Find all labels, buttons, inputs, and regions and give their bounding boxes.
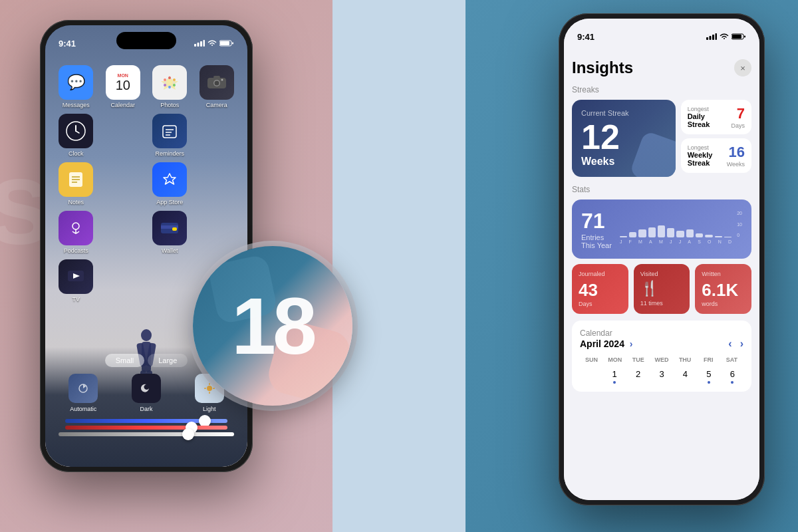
entries-chart: 20 10 0 (620, 211, 742, 247)
daily-streak-number: 7 (731, 105, 745, 122)
wifi-icon-left (207, 40, 217, 47)
app-podcasts[interactable]: Podcasts (55, 211, 97, 254)
cal-date-5[interactable]: 5 (698, 367, 720, 384)
date-6-num: 6 (722, 367, 743, 381)
gray-slider[interactable] (59, 432, 234, 436)
calendar-section: Calendar April 2024 › ‹ › SUN MON (572, 321, 751, 392)
blue-slider[interactable] (65, 419, 227, 423)
size-small-btn[interactable]: Small (105, 354, 145, 367)
phone-left-screen: 9:41 💬 Messages MON 10 (45, 25, 247, 467)
dow-thu: THU (674, 356, 697, 363)
app-empty-2 (196, 114, 238, 157)
app-appstore[interactable]: App Store (149, 162, 191, 205)
bar-may (658, 225, 665, 237)
svg-rect-11 (220, 41, 229, 45)
cal-date-3[interactable]: 3 (650, 367, 672, 384)
daily-streak-unit: Days (731, 122, 745, 129)
dow-sun: SUN (580, 356, 603, 363)
written-unit: words (702, 301, 745, 307)
app-label-reminders: Reminders (155, 150, 184, 157)
bar-jan (620, 236, 627, 237)
sun-half-icon (76, 382, 90, 395)
cal-empty (580, 367, 602, 384)
stats-label: Stats (572, 185, 751, 194)
close-button[interactable]: × (734, 59, 751, 76)
app-label-wallet: Wallet (162, 247, 178, 254)
app-reminders[interactable]: Reminders (149, 114, 191, 157)
svg-line-28 (76, 131, 79, 133)
svg-rect-24 (213, 76, 220, 78)
calendar-next-btn[interactable]: › (740, 338, 743, 350)
weekly-streak-card: Longest WeeklyStreak 16 Weeks (681, 138, 751, 173)
cal-date-1[interactable]: 1 (603, 367, 625, 384)
weekly-streak-unit: Weeks (727, 161, 745, 168)
visited-count: 11 times (640, 300, 684, 307)
app-calendar[interactable]: MON 10 Calendar (102, 65, 144, 108)
cal-date-2[interactable]: 2 (627, 367, 649, 384)
bar-aug (686, 229, 694, 237)
phone-left: 9:41 💬 Messages MON 10 (40, 20, 253, 472)
phone-right-frame: 9:41 Insights × Streaks (559, 13, 765, 505)
cal-date-6[interactable]: 6 (722, 367, 743, 384)
red-slider[interactable] (65, 426, 227, 430)
ios18-number: 18 (231, 286, 313, 366)
time-right: 9:41 (577, 32, 595, 42)
month-f: F (629, 239, 632, 244)
app-photos[interactable]: Photos (149, 65, 191, 108)
phone-right: 9:41 Insights × Streaks (559, 13, 765, 505)
mode-dark[interactable]: Dark (132, 374, 161, 412)
mode-auto-label: Automatic (70, 406, 96, 412)
daily-streak-prefix: Longest (688, 106, 710, 112)
journaled-label: Journaled (579, 271, 622, 277)
visited-label: Visited (640, 271, 684, 277)
app-messages[interactable]: 💬 Messages (55, 65, 97, 108)
gray-slider-knob[interactable] (182, 428, 194, 440)
app-clock[interactable]: Clock (55, 114, 97, 157)
app-wallet[interactable]: Wallet (149, 211, 191, 254)
date-4-num: 4 (674, 367, 696, 381)
svg-point-23 (214, 81, 219, 86)
dow-mon: MON (603, 356, 626, 363)
bar-jun (667, 228, 674, 237)
bar-nov (715, 236, 722, 237)
status-bar-right: 9:41 (564, 19, 759, 48)
mode-automatic[interactable]: Automatic (68, 374, 98, 412)
svg-rect-51 (710, 36, 712, 40)
month-m: M (638, 239, 642, 244)
svg-rect-6 (194, 44, 196, 47)
battery-icon-left (219, 40, 234, 47)
calendar-header: April 2024 › ‹ › (580, 338, 743, 350)
calendar-prev-btn[interactable]: ‹ (728, 338, 732, 350)
svg-point-25 (221, 79, 223, 81)
month-a2: A (688, 239, 691, 244)
entries-block: 71 Entries This Year (581, 209, 612, 249)
app-label-messages: Messages (63, 102, 90, 108)
app-camera[interactable]: Camera (196, 65, 238, 108)
chart-y-max: 20 (737, 211, 742, 215)
svg-point-15 (168, 76, 171, 79)
app-label-camera: Camera (206, 102, 227, 108)
journaled-unit: Days (579, 301, 622, 307)
dow-wed: WED (650, 356, 673, 363)
streaks-row: Current Streak 12 Weeks Longest DailyStr… (572, 100, 751, 177)
journaled-card: Journaled 43 Days (572, 264, 628, 314)
bar-dec (724, 237, 732, 237)
mini-stats-row: Journaled 43 Days Visited 🍴 11 times (572, 264, 751, 314)
fork-knife-icon: 🍴 (640, 280, 684, 297)
app-tv[interactable]: TV (55, 259, 97, 303)
svg-point-0 (141, 329, 152, 341)
color-mode-row: Automatic Dark Light (52, 374, 241, 412)
svg-rect-29 (163, 126, 176, 138)
size-large-btn[interactable]: Large (148, 354, 188, 367)
app-notes[interactable]: Notes (55, 162, 97, 205)
month-m2: M (659, 239, 663, 244)
cal-date-4[interactable]: 4 (674, 367, 696, 384)
current-streak-label: Current Streak (581, 109, 666, 117)
svg-point-20 (164, 78, 166, 81)
svg-rect-56 (744, 36, 745, 38)
calendar-chevron[interactable]: › (630, 338, 633, 349)
app-label-calendar: Calendar (110, 102, 135, 108)
signal-icon-right (706, 33, 717, 40)
visited-number: 11 (640, 300, 647, 307)
bar-feb (629, 232, 636, 237)
